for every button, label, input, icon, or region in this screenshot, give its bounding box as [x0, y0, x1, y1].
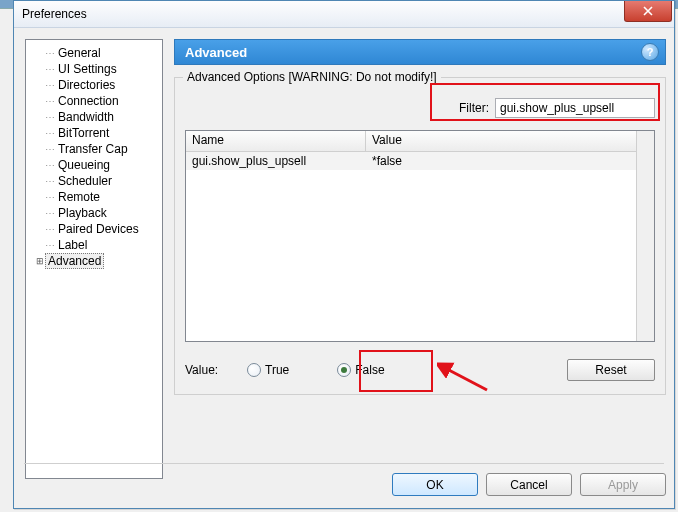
tree-branch-icon: ⋯ — [45, 208, 54, 219]
tree-item-label: BitTorrent — [56, 126, 111, 140]
category-tree[interactable]: ⋯General ⋯UI Settings ⋯Directories ⋯Conn… — [25, 39, 163, 479]
tree-branch-icon: ⋯ — [45, 176, 54, 187]
tree-item-label: Advanced — [45, 253, 104, 269]
tree-item-ui-settings[interactable]: ⋯UI Settings — [28, 61, 160, 77]
radio-false[interactable]: False — [337, 363, 384, 377]
radio-true[interactable]: True — [247, 363, 289, 377]
tree-item-bandwidth[interactable]: ⋯Bandwidth — [28, 109, 160, 125]
filter-label: Filter: — [459, 101, 489, 115]
radio-true-label: True — [265, 363, 289, 377]
radio-icon — [337, 363, 351, 377]
panel-header: Advanced ? — [174, 39, 666, 65]
tree-item-label: Queueing — [56, 158, 112, 172]
tree-item-label: General — [56, 46, 103, 60]
options-table[interactable]: Name Value gui.show_plus_upsell *false — [185, 130, 655, 342]
scrollbar[interactable] — [636, 131, 654, 341]
close-button[interactable] — [624, 1, 672, 22]
reset-button[interactable]: Reset — [567, 359, 655, 381]
tree-item-label: Paired Devices — [56, 222, 141, 236]
tree-branch-icon: ⋯ — [45, 80, 54, 91]
tree-item-queueing[interactable]: ⋯Queueing — [28, 157, 160, 173]
tree-branch-icon: ⋯ — [45, 64, 54, 75]
tree-item-label: Label — [56, 238, 89, 252]
tree-branch-icon: ⋯ — [45, 144, 54, 155]
tree-branch-icon: ⋯ — [45, 112, 54, 123]
cancel-button[interactable]: Cancel — [486, 473, 572, 496]
titlebar[interactable]: Preferences — [14, 1, 674, 28]
tree-item-advanced[interactable]: ⊞Advanced — [28, 253, 160, 269]
dialog-buttons: OK Cancel Apply — [174, 473, 666, 496]
cell-name: gui.show_plus_upsell — [186, 154, 366, 168]
help-icon: ? — [647, 46, 654, 58]
table-header: Name Value — [186, 131, 654, 152]
filter-input[interactable] — [495, 98, 655, 118]
close-icon — [643, 6, 653, 16]
tree-item-bittorrent[interactable]: ⋯BitTorrent — [28, 125, 160, 141]
cell-value: *false — [366, 154, 654, 168]
panel-title: Advanced — [185, 45, 247, 60]
help-button[interactable]: ? — [641, 43, 659, 61]
ok-button[interactable]: OK — [392, 473, 478, 496]
tree-item-scheduler[interactable]: ⋯Scheduler — [28, 173, 160, 189]
tree-branch-icon: ⋯ — [45, 96, 54, 107]
tree-item-connection[interactable]: ⋯Connection — [28, 93, 160, 109]
apply-button[interactable]: Apply — [580, 473, 666, 496]
tree-item-playback[interactable]: ⋯Playback — [28, 205, 160, 221]
tree-item-remote[interactable]: ⋯Remote — [28, 189, 160, 205]
tree-item-paired-devices[interactable]: ⋯Paired Devices — [28, 221, 160, 237]
tree-item-label: Directories — [56, 78, 117, 92]
tree-item-label: Remote — [56, 190, 102, 204]
tree-item-directories[interactable]: ⋯Directories — [28, 77, 160, 93]
tree-item-general[interactable]: ⋯General — [28, 45, 160, 61]
tree-item-label: Playback — [56, 206, 109, 220]
table-row[interactable]: gui.show_plus_upsell *false — [186, 152, 654, 170]
tree-item-label: UI Settings — [56, 62, 119, 76]
tree-branch-icon: ⋯ — [45, 224, 54, 235]
tree-branch-icon: ⋯ — [45, 48, 54, 59]
tree-item-label: Transfer Cap — [56, 142, 130, 156]
radio-false-label: False — [355, 363, 384, 377]
advanced-options-group: Advanced Options [WARNING: Do not modify… — [174, 77, 666, 395]
window-title: Preferences — [22, 7, 87, 21]
tree-branch-icon: ⋯ — [45, 240, 54, 251]
expand-icon[interactable]: ⊞ — [34, 256, 45, 266]
annotation-arrow-icon — [437, 358, 497, 398]
preferences-dialog: Preferences ⋯General ⋯UI Settings ⋯Direc… — [13, 0, 675, 509]
svg-line-0 — [445, 368, 487, 390]
tree-item-label: Scheduler — [56, 174, 114, 188]
value-label: Value: — [185, 363, 233, 377]
radio-icon — [247, 363, 261, 377]
separator — [24, 463, 664, 464]
group-legend: Advanced Options [WARNING: Do not modify… — [183, 70, 441, 84]
tree-branch-icon: ⋯ — [45, 160, 54, 171]
column-header-value[interactable]: Value — [366, 131, 654, 151]
tree-item-label: Bandwidth — [56, 110, 116, 124]
tree-item-label[interactable]: ⋯Label — [28, 237, 160, 253]
tree-branch-icon: ⋯ — [45, 128, 54, 139]
tree-branch-icon: ⋯ — [45, 192, 54, 203]
tree-item-label: Connection — [56, 94, 121, 108]
column-header-name[interactable]: Name — [186, 131, 366, 151]
tree-item-transfer-cap[interactable]: ⋯Transfer Cap — [28, 141, 160, 157]
